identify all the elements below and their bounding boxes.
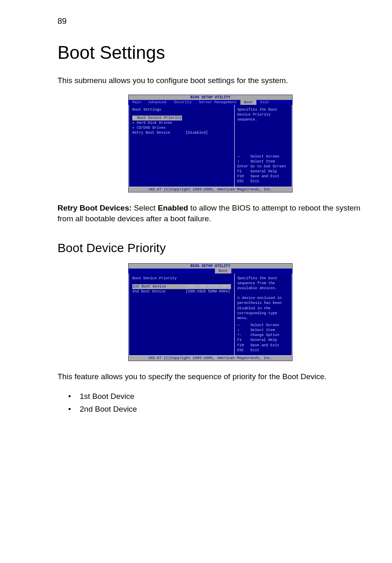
nav-key: F1 (237, 338, 250, 343)
page-number: 89 (58, 16, 363, 26)
nav-text: Save and Exit (250, 174, 279, 179)
bios-item-boot-device-priority: Boot Device Priority (132, 116, 182, 120)
bios-tab-advanced: Advanced (145, 100, 170, 105)
bios-item-1st-boot-device: 1st Boot Device (132, 284, 186, 289)
bios-item-2nd-boot-device-value: [USB:ASUS SDRW-0804] (186, 289, 230, 294)
bios-item-cd-dvd-drives: CD/DVD Drives (132, 125, 166, 130)
bios-right-pane: Specifies the Boot Device Priority seque… (235, 105, 292, 187)
bios-help-text: Specifies the Boot Device Priority seque… (237, 107, 289, 122)
bios-tab-boot: Boot (215, 269, 231, 273)
bios-tab-server-management: Server Management (195, 100, 240, 105)
boot-device-list: 1st Boot Device 2nd Boot Device (58, 390, 363, 415)
bios-section-heading: Boot Settings (132, 107, 231, 112)
bios-screenshot-boot-settings: BIOS SETUP UTILITY Main Advanced Securit… (128, 95, 293, 192)
nav-text: Change Option (250, 333, 279, 338)
bios-nav-keys: ↔Select Screen ↕Select Item +-Change Opt… (237, 323, 289, 353)
nav-key: ↕ (237, 328, 250, 333)
nav-key: F1 (237, 169, 250, 174)
nav-text: Exit (250, 179, 259, 184)
nav-key: ↕ (237, 159, 250, 164)
nav-text: General Help (250, 169, 277, 174)
nav-key: Enter (237, 164, 250, 169)
retry-bold-enabled: Enabled (158, 204, 188, 212)
nav-key: ↔ (237, 323, 250, 328)
nav-text: Select Item (250, 159, 274, 164)
bios-tab-security: Security (170, 100, 195, 105)
page-title: Boot Settings (58, 42, 363, 63)
bios-right-pane: Specifies the boot sequence from the ava… (235, 273, 292, 356)
nav-key: F10 (237, 343, 250, 348)
nav-text: Save and Exit (250, 343, 279, 348)
nav-key: F10 (237, 174, 250, 179)
bios-tab-exit: Exit (256, 100, 273, 105)
retry-text-1: Select (132, 204, 158, 212)
bios-item-1st-boot-device-value: [USB: USB FLASH DRI] (186, 284, 231, 289)
bios-item-retry-boot-device: Retry Boot Device (132, 130, 186, 135)
nav-text: General Help (250, 338, 277, 343)
bios-tab-main: Main (129, 100, 145, 105)
list-item: 1st Boot Device (68, 390, 363, 403)
nav-text: Select Screen (250, 154, 279, 159)
bios-nav-keys: ↔Select Screen ↕Select Item EnterGo to S… (237, 154, 289, 184)
bios-item-hard-disk-drives: Hard Disk Drives (132, 120, 172, 125)
nav-text: Go to Sub Screen (250, 164, 286, 169)
nav-text: Select Screen (250, 323, 279, 328)
section-heading-boot-device-priority: Boot Device Priority (58, 241, 363, 255)
bios-screenshot-boot-device-priority: BIOS SETUP UTILITY Boot Boot Device Prio… (128, 263, 293, 361)
bios-item-2nd-boot-device: 2nd Boot Device (132, 289, 186, 294)
bios-left-pane: Boot Settings Boot Device Priority Hard … (129, 105, 235, 187)
bios-tab-bar: Boot (129, 269, 292, 273)
nav-text: Exit (250, 348, 259, 353)
nav-key: ESC (237, 348, 250, 353)
bios-title: BIOS SETUP UTILITY (129, 95, 292, 100)
nav-key: ESC (237, 179, 250, 184)
bios-footer: v02.67 (C)Copyright 1985-2009, American … (129, 356, 292, 361)
retry-bold-label: Retry Boot Devices: (58, 204, 132, 212)
bios-section-heading: Boot Device Priority (132, 276, 231, 281)
nav-key: +- (237, 333, 250, 338)
bios-left-pane: Boot Device Priority 1st Boot Device [US… (129, 273, 235, 356)
list-item: 2nd Boot Device (68, 403, 363, 415)
nav-text: Select Item (250, 328, 274, 333)
intro-paragraph: This submenu allows you to configure boo… (58, 75, 363, 86)
nav-key: ↔ (237, 154, 250, 159)
bios-footer: v02.67 (C)Copyright 1985-2009, American … (129, 187, 292, 192)
bios-item-retry-boot-device-value: [Disabled] (186, 130, 208, 135)
bios-title: BIOS SETUP UTILITY (129, 264, 292, 269)
bios-tab-bar: Main Advanced Security Server Management… (129, 100, 292, 105)
bios-help-text: Specifies the boot sequence from the ava… (237, 276, 289, 321)
priority-paragraph: This feature allows you to specify the s… (58, 371, 363, 382)
retry-paragraph: Retry Boot Devices: Select Enabled to al… (58, 203, 363, 225)
bios-tab-boot: Boot (240, 100, 257, 105)
